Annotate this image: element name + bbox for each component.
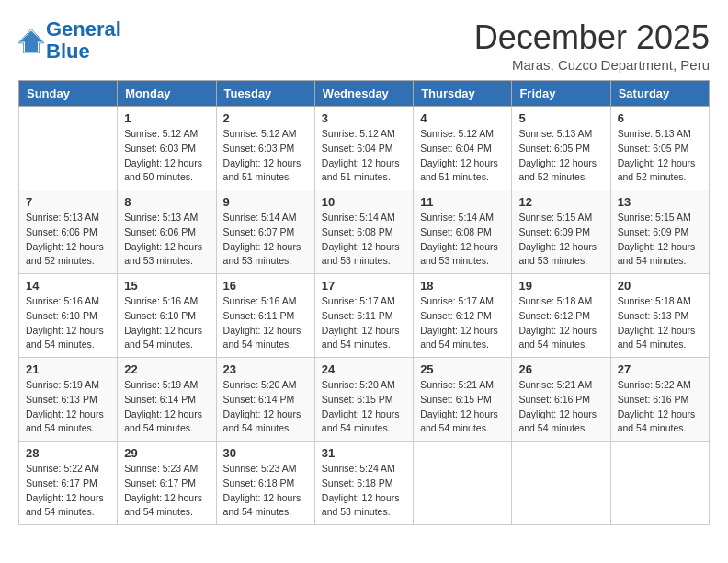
day-info: Sunrise: 5:16 AM Sunset: 6:11 PM Dayligh… — [223, 294, 308, 352]
day-info: Sunrise: 5:23 AM Sunset: 6:18 PM Dayligh… — [223, 462, 308, 520]
calendar-cell: 11Sunrise: 5:14 AM Sunset: 6:08 PM Dayli… — [414, 190, 512, 274]
day-number: 22 — [124, 362, 209, 376]
day-number: 8 — [124, 195, 209, 209]
calendar-cell — [414, 442, 512, 525]
calendar-cell: 22Sunrise: 5:19 AM Sunset: 6:14 PM Dayli… — [118, 358, 216, 442]
day-info: Sunrise: 5:24 AM Sunset: 6:18 PM Dayligh… — [322, 462, 406, 520]
calendar-cell: 26Sunrise: 5:21 AM Sunset: 6:16 PM Dayli… — [512, 358, 610, 442]
day-header-friday: Friday — [512, 81, 610, 107]
logo: General Blue — [18, 18, 121, 63]
day-number: 24 — [322, 362, 406, 376]
day-number: 12 — [518, 195, 603, 209]
day-info: Sunrise: 5:15 AM Sunset: 6:09 PM Dayligh… — [618, 211, 702, 269]
day-info: Sunrise: 5:14 AM Sunset: 6:08 PM Dayligh… — [420, 211, 505, 269]
day-info: Sunrise: 5:19 AM Sunset: 6:13 PM Dayligh… — [26, 378, 110, 436]
day-info: Sunrise: 5:13 AM Sunset: 6:06 PM Dayligh… — [26, 211, 110, 269]
day-number: 10 — [322, 195, 406, 209]
day-number: 15 — [124, 279, 209, 293]
page-header: General Blue December 2025 Maras, Cuzco … — [18, 18, 710, 73]
day-header-monday: Monday — [118, 81, 216, 107]
day-number: 14 — [26, 279, 110, 293]
day-header-thursday: Thursday — [414, 81, 512, 107]
day-number: 3 — [322, 111, 406, 125]
day-info: Sunrise: 5:13 AM Sunset: 6:05 PM Dayligh… — [618, 127, 702, 185]
day-info: Sunrise: 5:20 AM Sunset: 6:14 PM Dayligh… — [223, 378, 308, 436]
calendar-week-3: 14Sunrise: 5:16 AM Sunset: 6:10 PM Dayli… — [19, 274, 710, 358]
day-info: Sunrise: 5:12 AM Sunset: 6:03 PM Dayligh… — [124, 127, 209, 185]
location: Maras, Cuzco Department, Peru — [474, 57, 710, 73]
calendar-cell — [512, 442, 610, 525]
day-number: 29 — [124, 446, 209, 460]
calendar-cell: 10Sunrise: 5:14 AM Sunset: 6:08 PM Dayli… — [314, 190, 413, 274]
calendar-cell: 6Sunrise: 5:13 AM Sunset: 6:05 PM Daylig… — [610, 107, 709, 190]
day-info: Sunrise: 5:18 AM Sunset: 6:13 PM Dayligh… — [618, 294, 702, 352]
day-info: Sunrise: 5:16 AM Sunset: 6:10 PM Dayligh… — [124, 294, 209, 352]
calendar-cell: 14Sunrise: 5:16 AM Sunset: 6:10 PM Dayli… — [19, 274, 118, 358]
day-info: Sunrise: 5:21 AM Sunset: 6:16 PM Dayligh… — [518, 378, 603, 436]
month-title: December 2025 — [474, 18, 710, 57]
day-info: Sunrise: 5:12 AM Sunset: 6:04 PM Dayligh… — [420, 127, 505, 185]
day-info: Sunrise: 5:14 AM Sunset: 6:07 PM Dayligh… — [223, 211, 308, 269]
day-header-wednesday: Wednesday — [314, 81, 413, 107]
calendar-cell: 28Sunrise: 5:22 AM Sunset: 6:17 PM Dayli… — [19, 442, 118, 525]
day-number: 26 — [518, 362, 603, 376]
calendar-week-4: 21Sunrise: 5:19 AM Sunset: 6:13 PM Dayli… — [19, 358, 710, 442]
day-number: 25 — [420, 362, 505, 376]
calendar-cell: 5Sunrise: 5:13 AM Sunset: 6:05 PM Daylig… — [512, 107, 610, 190]
calendar-cell — [19, 107, 118, 190]
day-info: Sunrise: 5:16 AM Sunset: 6:10 PM Dayligh… — [26, 294, 110, 352]
day-number: 9 — [223, 195, 308, 209]
day-number: 11 — [420, 195, 505, 209]
day-number: 7 — [26, 195, 110, 209]
calendar-cell: 15Sunrise: 5:16 AM Sunset: 6:10 PM Dayli… — [118, 274, 216, 358]
calendar-cell: 24Sunrise: 5:20 AM Sunset: 6:15 PM Dayli… — [314, 358, 413, 442]
calendar-cell: 17Sunrise: 5:17 AM Sunset: 6:11 PM Dayli… — [314, 274, 413, 358]
calendar-cell: 19Sunrise: 5:18 AM Sunset: 6:12 PM Dayli… — [512, 274, 610, 358]
calendar-week-5: 28Sunrise: 5:22 AM Sunset: 6:17 PM Dayli… — [19, 442, 710, 525]
calendar-cell: 8Sunrise: 5:13 AM Sunset: 6:06 PM Daylig… — [118, 190, 216, 274]
calendar-cell: 25Sunrise: 5:21 AM Sunset: 6:15 PM Dayli… — [414, 358, 512, 442]
day-number: 2 — [223, 111, 308, 125]
calendar-cell: 1Sunrise: 5:12 AM Sunset: 6:03 PM Daylig… — [118, 107, 216, 190]
day-info: Sunrise: 5:13 AM Sunset: 6:06 PM Dayligh… — [124, 211, 209, 269]
day-info: Sunrise: 5:22 AM Sunset: 6:16 PM Dayligh… — [618, 378, 702, 436]
calendar-cell — [610, 442, 709, 525]
calendar-cell: 7Sunrise: 5:13 AM Sunset: 6:06 PM Daylig… — [19, 190, 118, 274]
calendar-cell: 20Sunrise: 5:18 AM Sunset: 6:13 PM Dayli… — [610, 274, 709, 358]
calendar-cell: 27Sunrise: 5:22 AM Sunset: 6:16 PM Dayli… — [610, 358, 709, 442]
day-number: 30 — [223, 446, 308, 460]
calendar-cell: 9Sunrise: 5:14 AM Sunset: 6:07 PM Daylig… — [216, 190, 314, 274]
day-number: 31 — [322, 446, 406, 460]
day-number: 17 — [322, 279, 406, 293]
calendar-cell: 3Sunrise: 5:12 AM Sunset: 6:04 PM Daylig… — [314, 107, 413, 190]
day-info: Sunrise: 5:15 AM Sunset: 6:09 PM Dayligh… — [518, 211, 603, 269]
calendar-week-2: 7Sunrise: 5:13 AM Sunset: 6:06 PM Daylig… — [19, 190, 710, 274]
calendar-cell: 16Sunrise: 5:16 AM Sunset: 6:11 PM Dayli… — [216, 274, 314, 358]
calendar-cell: 4Sunrise: 5:12 AM Sunset: 6:04 PM Daylig… — [414, 107, 512, 190]
calendar-cell: 31Sunrise: 5:24 AM Sunset: 6:18 PM Dayli… — [314, 442, 413, 525]
day-info: Sunrise: 5:13 AM Sunset: 6:05 PM Dayligh… — [518, 127, 603, 185]
calendar-cell: 2Sunrise: 5:12 AM Sunset: 6:03 PM Daylig… — [216, 107, 314, 190]
calendar-cell: 29Sunrise: 5:23 AM Sunset: 6:17 PM Dayli… — [118, 442, 216, 525]
calendar-cell: 12Sunrise: 5:15 AM Sunset: 6:09 PM Dayli… — [512, 190, 610, 274]
day-number: 28 — [26, 446, 110, 460]
day-info: Sunrise: 5:12 AM Sunset: 6:03 PM Dayligh… — [223, 127, 308, 185]
day-number: 23 — [223, 362, 308, 376]
day-number: 21 — [26, 362, 110, 376]
day-info: Sunrise: 5:23 AM Sunset: 6:17 PM Dayligh… — [124, 462, 209, 520]
calendar-cell: 21Sunrise: 5:19 AM Sunset: 6:13 PM Dayli… — [19, 358, 118, 442]
day-info: Sunrise: 5:18 AM Sunset: 6:12 PM Dayligh… — [518, 294, 603, 352]
day-info: Sunrise: 5:17 AM Sunset: 6:12 PM Dayligh… — [420, 294, 505, 352]
calendar-cell: 23Sunrise: 5:20 AM Sunset: 6:14 PM Dayli… — [216, 358, 314, 442]
day-info: Sunrise: 5:22 AM Sunset: 6:17 PM Dayligh… — [26, 462, 110, 520]
day-info: Sunrise: 5:19 AM Sunset: 6:14 PM Dayligh… — [124, 378, 209, 436]
calendar-cell: 18Sunrise: 5:17 AM Sunset: 6:12 PM Dayli… — [414, 274, 512, 358]
day-number: 16 — [223, 279, 308, 293]
day-header-tuesday: Tuesday — [216, 81, 314, 107]
day-info: Sunrise: 5:14 AM Sunset: 6:08 PM Dayligh… — [322, 211, 406, 269]
calendar-table: SundayMondayTuesdayWednesdayThursdayFrid… — [18, 80, 710, 525]
day-info: Sunrise: 5:21 AM Sunset: 6:15 PM Dayligh… — [420, 378, 505, 436]
logo-icon — [18, 28, 44, 53]
day-info: Sunrise: 5:20 AM Sunset: 6:15 PM Dayligh… — [322, 378, 406, 436]
day-number: 20 — [618, 279, 702, 293]
